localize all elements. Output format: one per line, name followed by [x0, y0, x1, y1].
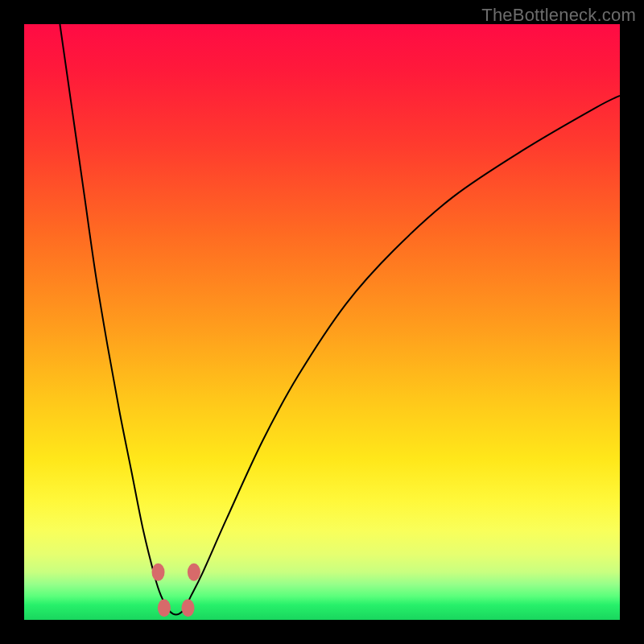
curve-marker	[158, 599, 171, 617]
curve-marker	[152, 564, 165, 581]
curve-marker	[182, 599, 195, 617]
watermark-text: TheBottleneck.com	[481, 5, 636, 26]
chart-frame: TheBottleneck.com	[0, 0, 644, 644]
curve-marker	[188, 564, 200, 581]
curve-path	[60, 24, 620, 615]
bottleneck-curve	[24, 24, 620, 620]
plot-area	[24, 24, 620, 620]
